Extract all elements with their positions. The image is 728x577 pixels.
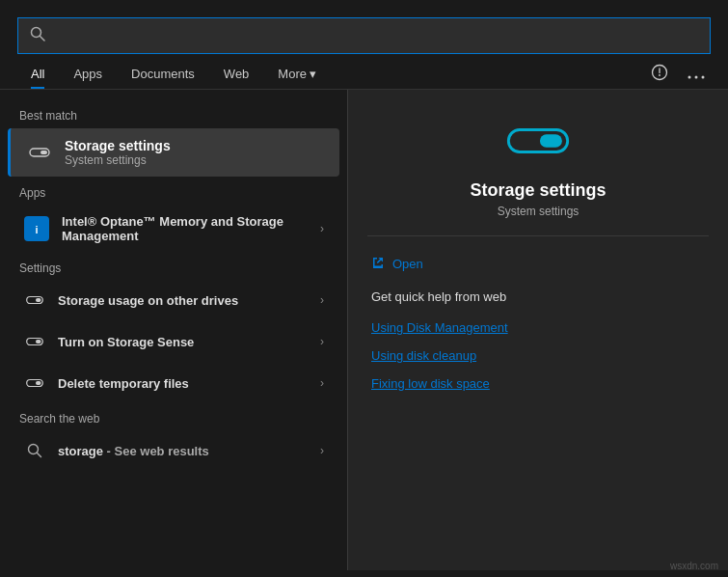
main-content: Best match Storage settings System setti… (0, 90, 728, 570)
right-panel-subtitle: System settings (498, 205, 580, 218)
svg-point-7 (702, 76, 705, 79)
link-low-disk-space[interactable]: Fixing low disk space (367, 370, 709, 398)
storage-settings-icon (26, 139, 53, 166)
best-match-label: Best match (0, 101, 347, 126)
open-button[interactable]: Open (367, 250, 709, 278)
intel-optane-icon: i (23, 215, 50, 242)
nav-tabs-left: All Apps Documents Web More ▾ (17, 61, 330, 89)
chevron-right-icon: › (320, 376, 324, 390)
list-item[interactable]: Turn on Storage Sense › (8, 321, 339, 362)
open-label: Open (392, 257, 423, 271)
list-item[interactable]: Storage usage on other drives › (8, 280, 339, 320)
best-match-item[interactable]: Storage settings System settings (8, 128, 339, 177)
tab-all[interactable]: All (17, 61, 58, 89)
search-input[interactable]: storage settings (55, 28, 698, 44)
storage-sense-icon (23, 330, 46, 353)
tab-web[interactable]: Web (210, 61, 263, 89)
storage-icon (23, 288, 46, 312)
setting-text: Storage usage on other drives (58, 293, 309, 308)
feedback-button[interactable] (645, 60, 674, 89)
temp-files-icon (23, 371, 46, 395)
best-match-subtitle: System settings (65, 153, 171, 167)
svg-rect-15 (36, 340, 41, 343)
svg-point-4 (659, 74, 661, 76)
search-icon (30, 26, 45, 45)
search-bar: storage settings (17, 17, 711, 54)
more-options-button[interactable] (682, 62, 711, 87)
setting-text: Turn on Storage Sense (58, 335, 309, 349)
chevron-right-icon: › (320, 444, 324, 457)
svg-rect-21 (540, 134, 562, 147)
search-web-label: Search the web (0, 404, 347, 429)
svg-point-6 (695, 76, 698, 79)
setting-text: Delete temporary files (58, 376, 309, 391)
right-divider (367, 235, 709, 236)
svg-point-5 (688, 76, 691, 79)
best-match-title-plain: Storage (65, 138, 115, 153)
chevron-down-icon: ▾ (310, 67, 316, 81)
chevron-right-icon: › (320, 335, 324, 348)
list-item[interactable]: Delete temporary files › (8, 363, 339, 403)
tab-documents[interactable]: Documents (118, 61, 208, 89)
svg-rect-17 (36, 381, 41, 385)
chevron-right-icon: › (320, 222, 324, 235)
settings-section-label: Settings (0, 254, 347, 279)
svg-rect-13 (36, 298, 41, 302)
nav-tabs-right (645, 60, 711, 89)
list-item[interactable]: storage - See web results › (8, 430, 339, 471)
right-panel: Storage settings System settings Open Ge… (347, 90, 728, 570)
web-item-text: storage - See web results (58, 444, 309, 458)
best-match-text: Storage settings System settings (65, 138, 171, 167)
open-icon (371, 256, 385, 272)
help-heading: Get quick help from web (367, 286, 709, 308)
nav-tabs: All Apps Documents Web More ▾ (0, 54, 728, 90)
web-search-icon (23, 439, 46, 462)
link-disk-cleanup[interactable]: Using disk cleanup (367, 342, 709, 370)
svg-line-19 (38, 453, 41, 457)
apps-section-label: Apps (0, 179, 347, 204)
storage-settings-logo (504, 119, 572, 167)
link-disk-management[interactable]: Using Disk Management (367, 314, 709, 342)
chevron-right-icon: › (320, 293, 324, 307)
tab-apps[interactable]: Apps (60, 61, 116, 89)
best-match-title-bold: settings (115, 138, 171, 153)
svg-rect-9 (40, 151, 47, 154)
svg-point-18 (29, 445, 39, 454)
app-name: Intel® Optane™ Memory and Storage Manage… (62, 214, 309, 243)
list-item[interactable]: i Intel® Optane™ Memory and Storage Mana… (8, 205, 339, 253)
tab-more[interactable]: More ▾ (264, 61, 330, 89)
left-panel: Best match Storage settings System setti… (0, 90, 347, 570)
right-panel-title: Storage settings (470, 180, 606, 201)
watermark: wsxdn.com (670, 561, 718, 571)
best-match-title: Storage settings (65, 138, 171, 153)
svg-line-1 (40, 37, 45, 41)
svg-text:i: i (35, 224, 38, 235)
